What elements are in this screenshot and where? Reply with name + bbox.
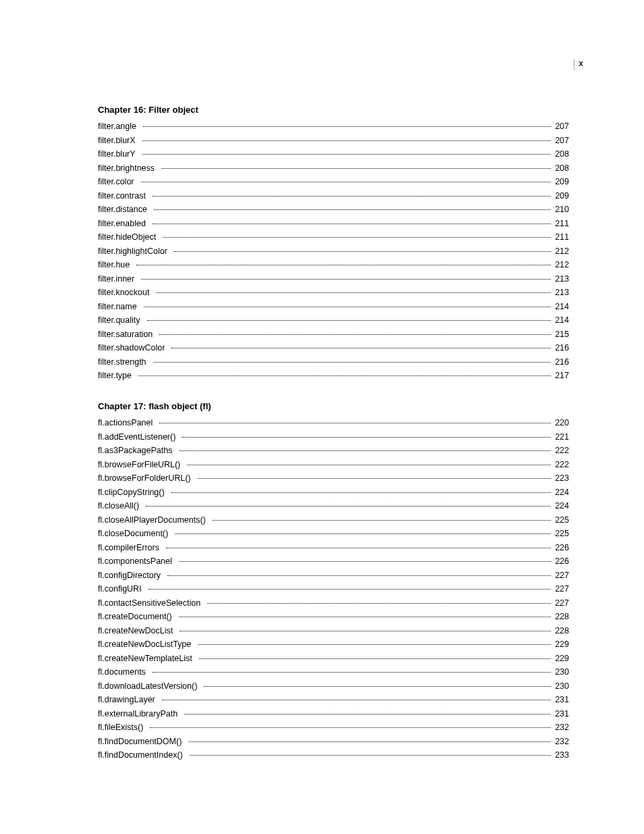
chapter-block: Chapter 17: flash object (fl)fl.actionsP… — [98, 401, 569, 760]
toc-entry[interactable]: fl.fileExists()232 — [98, 723, 569, 733]
toc-entry[interactable]: fl.browseForFolderURL()223 — [98, 473, 569, 484]
toc-entry-label: fl.createNewTemplateList — [98, 654, 198, 664]
toc-leader-dots — [188, 741, 551, 742]
toc-entry-label: fl.browseForFolderURL() — [98, 473, 196, 484]
toc-entry[interactable]: filter.name214 — [98, 302, 569, 312]
toc-entry[interactable]: filter.blurY208 — [98, 149, 569, 159]
toc-entry[interactable]: filter.shadowColor216 — [98, 343, 569, 353]
toc-entry[interactable]: filter.angle207 — [98, 122, 569, 132]
toc-entry[interactable]: filter.knockout213 — [98, 288, 569, 298]
toc-entry-label: fl.closeAllPlayerDocuments() — [98, 515, 211, 525]
toc-entry-label: filter.blurX — [98, 136, 141, 146]
toc-entry-label: fl.drawingLayer — [98, 695, 161, 705]
toc-entry-page: 216 — [552, 357, 569, 367]
toc-leader-dots — [150, 727, 551, 728]
toc-entry-label: fl.as3PackagePaths — [98, 446, 178, 456]
toc-entry[interactable]: fl.contactSensitiveSelection227 — [98, 598, 569, 608]
toc-leader-dots — [147, 320, 552, 321]
toc-entry[interactable]: fl.createDocument()228 — [98, 612, 569, 622]
toc-entry[interactable]: filter.type217 — [98, 371, 569, 381]
toc-leader-dots — [180, 450, 552, 451]
toc-entry-page: 231 — [552, 695, 569, 705]
toc-entry[interactable]: fl.documents230 — [98, 667, 569, 677]
toc-entry-label: fl.clipCopyString() — [98, 488, 170, 498]
toc-entry-page: 223 — [552, 473, 569, 484]
toc-entry[interactable]: fl.findDocumentIndex()233 — [98, 750, 569, 760]
toc-leader-dots — [179, 617, 551, 617]
toc-entry-page: 224 — [552, 488, 569, 498]
toc-entry[interactable]: filter.color209 — [98, 177, 569, 187]
toc-entry[interactable]: filter.contrast209 — [98, 191, 569, 201]
toc-entry-page: 217 — [552, 371, 569, 381]
toc-entry-label: fl.addEventListener() — [98, 432, 181, 442]
toc-entry[interactable]: fl.drawingLayer231 — [98, 695, 569, 705]
toc-content: Chapter 16: Filter objectfilter.angle207… — [98, 105, 569, 781]
toc-entry-page: 233 — [552, 750, 569, 760]
toc-entry[interactable]: filter.distance210 — [98, 205, 569, 215]
toc-leader-dots — [204, 686, 551, 687]
toc-leader-dots — [141, 182, 552, 182]
toc-entry[interactable]: fl.createNewDocList228 — [98, 626, 569, 636]
toc-entry[interactable]: fl.configDirectory227 — [98, 571, 569, 581]
toc-leader-dots — [146, 506, 551, 506]
toc-entry-label: fl.findDocumentDOM() — [98, 737, 187, 747]
toc-entry[interactable]: filter.quality214 — [98, 315, 569, 325]
toc-entry[interactable]: fl.closeDocument()225 — [98, 529, 569, 539]
chapter-title: Chapter 16: Filter object — [98, 105, 569, 115]
toc-entry-label: fl.downloadLatestVersion() — [98, 681, 203, 692]
toc-entry[interactable]: fl.addEventListener()221 — [98, 432, 569, 442]
toc-entry[interactable]: filter.enabled211 — [98, 219, 569, 229]
toc-entry[interactable]: fl.clipCopyString()224 — [98, 488, 569, 498]
toc-entry-label: filter.hue — [98, 260, 135, 270]
toc-entry[interactable]: filter.hue212 — [98, 260, 569, 270]
toc-entry-page: 232 — [552, 723, 569, 733]
toc-entry-label: fl.browseForFileURL() — [98, 460, 186, 470]
toc-entry[interactable]: fl.browseForFileURL()222 — [98, 460, 569, 470]
toc-entry[interactable]: filter.blurX207 — [98, 136, 569, 146]
toc-entry-page: 226 — [552, 556, 569, 567]
toc-entry[interactable]: fl.compilerErrors226 — [98, 543, 569, 553]
toc-leader-dots — [190, 755, 551, 756]
toc-entry-page: 226 — [552, 543, 569, 553]
toc-entry[interactable]: fl.componentsPanel226 — [98, 556, 569, 567]
toc-entry-label: fl.compilerErrors — [98, 543, 165, 553]
toc-entry[interactable]: fl.createNewDocListType229 — [98, 640, 569, 650]
toc-entry-label: fl.createDocument() — [98, 612, 178, 622]
toc-entry-label: filter.knockout — [98, 288, 155, 298]
toc-entry[interactable]: filter.inner213 — [98, 274, 569, 284]
toc-entry[interactable]: filter.saturation215 — [98, 330, 569, 340]
toc-entry-label: filter.shadowColor — [98, 343, 170, 353]
toc-entry[interactable]: fl.configURI227 — [98, 584, 569, 594]
toc-entry[interactable]: fl.closeAllPlayerDocuments()225 — [98, 515, 569, 525]
toc-entry-label: fl.findDocumentIndex() — [98, 750, 188, 760]
toc-entry-label: filter.quality — [98, 315, 146, 325]
toc-entry-page: 229 — [552, 654, 569, 664]
toc-entry[interactable]: fl.findDocumentDOM()232 — [98, 737, 569, 747]
toc-leader-dots — [179, 561, 551, 562]
toc-entry-label: fl.componentsPanel — [98, 556, 178, 567]
toc-leader-dots — [159, 423, 551, 423]
toc-leader-dots — [163, 237, 551, 238]
toc-entry-page: 227 — [552, 598, 569, 608]
toc-leader-dots — [162, 700, 551, 700]
toc-entry-label: filter.inner — [98, 274, 140, 284]
toc-entry-page: 227 — [552, 571, 569, 581]
toc-entry-label: filter.highlightColor — [98, 246, 173, 257]
toc-entry[interactable]: fl.downloadLatestVersion()230 — [98, 681, 569, 692]
toc-entry-page: 213 — [552, 288, 569, 298]
toc-entry[interactable]: fl.as3PackagePaths222 — [98, 446, 569, 456]
toc-entry[interactable]: filter.highlightColor212 — [98, 246, 569, 257]
toc-entry-page: 210 — [552, 205, 569, 215]
toc-entry[interactable]: filter.strength216 — [98, 357, 569, 367]
toc-entry[interactable]: fl.actionsPanel220 — [98, 418, 569, 428]
toc-entry-label: fl.configURI — [98, 584, 147, 594]
toc-entry[interactable]: filter.brightness208 — [98, 163, 569, 174]
toc-entry[interactable]: filter.hideObject211 — [98, 232, 569, 242]
toc-entry[interactable]: fl.externalLibraryPath231 — [98, 709, 569, 719]
toc-entry-page: 230 — [552, 681, 569, 692]
toc-entry-label: fl.closeAll() — [98, 501, 144, 511]
toc-entry[interactable]: fl.closeAll()224 — [98, 501, 569, 511]
toc-entry[interactable]: fl.createNewTemplateList229 — [98, 654, 569, 664]
toc-leader-dots — [207, 603, 551, 604]
toc-entry-label: filter.brightness — [98, 163, 160, 174]
